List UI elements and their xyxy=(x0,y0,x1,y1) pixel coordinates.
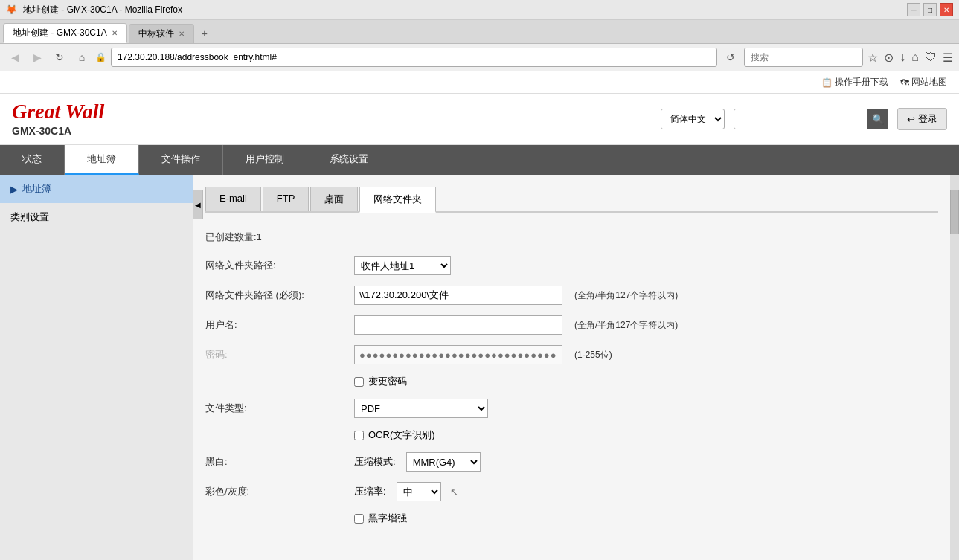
tab-bar: 地址创建 - GMX-30C1A ✕ 中标软件 ✕ + xyxy=(0,20,959,44)
compress-rate-select[interactable]: 低 中 高 xyxy=(397,482,441,501)
tab-ftp[interactable]: FTP xyxy=(263,187,309,211)
lock-icon: 🔒 xyxy=(95,52,106,62)
tab-desktop[interactable]: 桌面 xyxy=(310,187,358,211)
path-hint: (全角/半角127个字符以内) xyxy=(574,289,678,302)
header-right: 简体中文 🔍 ↩ 登录 xyxy=(661,108,947,130)
change-password-label[interactable]: 变更密码 xyxy=(354,375,407,388)
home-button[interactable]: ⌂ xyxy=(73,48,91,66)
nav-status[interactable]: 状态 xyxy=(0,145,65,175)
black-enhance-label[interactable]: 黑字增强 xyxy=(354,512,407,525)
header-search-button[interactable]: 🔍 xyxy=(867,109,888,129)
path-required-controls: (全角/半角127个字符以内) xyxy=(354,286,678,305)
password-hint: (1-255位) xyxy=(574,349,612,361)
forward-button[interactable]: ▶ xyxy=(28,48,46,66)
password-row: 密码: (1-255位) xyxy=(205,345,938,364)
ocr-label[interactable]: OCR(文字识别) xyxy=(354,428,435,442)
new-tab-button[interactable]: + xyxy=(196,25,214,42)
sitemap-link[interactable]: 🗺 网站地图 xyxy=(900,76,947,88)
tab-close-icon[interactable]: ✕ xyxy=(179,30,185,38)
tab-addressbook[interactable]: 地址创建 - GMX-30C1A ✕ xyxy=(3,23,127,43)
auto-fill-icon[interactable]: ⊙ xyxy=(884,51,894,65)
bw-label: 黑白: xyxy=(205,455,354,469)
minimize-button[interactable]: ─ xyxy=(907,3,920,16)
sidebar: ▶ 地址簿 类别设置 ◀ xyxy=(0,175,193,560)
username-input[interactable] xyxy=(354,315,562,335)
maximize-button[interactable]: □ xyxy=(923,3,937,16)
reload-button[interactable]: ↻ xyxy=(51,48,68,66)
login-icon: ↩ xyxy=(907,114,915,125)
tab-label: 中标软件 xyxy=(138,28,174,40)
nav-fileops[interactable]: 文件操作 xyxy=(139,145,223,175)
scrollbar[interactable] xyxy=(950,175,959,560)
back-button[interactable]: ◀ xyxy=(6,48,24,66)
header-search-box: 🔍 xyxy=(734,109,888,129)
username-row: 用户名: (全角/半角127个字符以内) xyxy=(205,315,938,335)
username-hint: (全角/半角127个字符以内) xyxy=(574,319,678,332)
tab-zhongbiao[interactable]: 中标软件 ✕ xyxy=(129,24,194,43)
shield-icon[interactable]: 🛡 xyxy=(925,51,937,64)
url-input[interactable] xyxy=(111,48,717,67)
nav-addressbook[interactable]: 地址簿 xyxy=(65,145,139,175)
scrollbar-thumb[interactable] xyxy=(950,190,959,234)
ocr-row: OCR(文字识别) xyxy=(205,428,938,442)
tab-email[interactable]: E-mail xyxy=(205,187,261,211)
browser-title: 地址创建 - GMX-30C1A - Mozilla Firefox xyxy=(23,4,182,16)
nav-system-settings[interactable]: 系统设置 xyxy=(307,145,391,175)
tab-label: 地址创建 - GMX-30C1A xyxy=(13,27,107,39)
main-nav: 状态 地址簿 文件操作 用户控制 系统设置 xyxy=(0,145,959,175)
brand-logo: Great Wall xyxy=(12,101,104,122)
sidebar-item-addressbook[interactable]: ▶ 地址簿 xyxy=(0,175,193,203)
path-required-row: 网络文件夹路径 (必须): (全角/半角127个字符以内) xyxy=(205,286,938,305)
file-type-label: 文件类型: xyxy=(205,402,354,415)
header-search-input[interactable] xyxy=(734,109,867,129)
file-type-select[interactable]: PDF TIFF JPEG xyxy=(354,399,488,418)
menu-icon[interactable]: ☰ xyxy=(943,51,953,65)
firefox-icon: 🦊 xyxy=(6,4,17,15)
color-label: 彩色/灰度: xyxy=(205,485,354,498)
sidebar-collapse-button[interactable]: ◀ xyxy=(193,190,203,219)
utility-bar: 📋 操作手册下载 🗺 网站地图 xyxy=(0,71,959,94)
ocr-checkbox[interactable] xyxy=(354,431,364,440)
book-icon: 📋 xyxy=(821,77,833,88)
tab-network-folder[interactable]: 网络文件夹 xyxy=(359,187,436,213)
language-select[interactable]: 简体中文 xyxy=(661,109,725,129)
home2-icon[interactable]: ⌂ xyxy=(911,51,919,64)
address-bar: ◀ ▶ ↻ ⌂ 🔒 ↺ ☆ ⊙ ↓ ⌂ 🛡 ☰ xyxy=(0,44,959,71)
browser-titlebar: 🦊 地址创建 - GMX-30C1A - Mozilla Firefox ─ □… xyxy=(0,0,959,20)
compress-rate-label: 压缩率: xyxy=(354,485,386,498)
browser-search-input[interactable] xyxy=(744,48,863,67)
sidebar-item-category[interactable]: 类别设置 xyxy=(0,203,193,231)
username-label: 用户名: xyxy=(205,318,354,332)
download-icon[interactable]: ↓ xyxy=(899,51,905,64)
app-header: Great Wall GMX-30C1A 简体中文 🔍 ↩ 登录 xyxy=(0,94,959,145)
path-label: 网络文件夹路径: xyxy=(205,259,354,272)
header-left: Great Wall GMX-30C1A xyxy=(12,101,104,137)
search-icon: 🔍 xyxy=(872,114,885,125)
password-input[interactable] xyxy=(354,345,562,364)
cursor-indicator: ↖ xyxy=(450,486,458,498)
close-button[interactable]: ✕ xyxy=(940,3,953,16)
tab-close-icon[interactable]: ✕ xyxy=(112,29,118,37)
change-password-row: 变更密码 xyxy=(205,375,938,388)
path-input[interactable] xyxy=(354,286,562,305)
path-row: 网络文件夹路径: 收件人地址1 xyxy=(205,256,938,275)
login-button[interactable]: ↩ 登录 xyxy=(897,108,947,130)
black-enhance-row: 黑字增强 xyxy=(205,512,938,525)
compress-mode-label: 压缩模式: xyxy=(354,455,396,469)
sidebar-arrow-icon: ▶ xyxy=(10,184,18,195)
manual-link[interactable]: 📋 操作手册下载 xyxy=(821,76,888,88)
color-controls: 压缩率: 低 中 高 ↖ xyxy=(354,482,458,501)
password-controls: (1-255位) xyxy=(354,345,612,364)
nav-user-control[interactable]: 用户控制 xyxy=(223,145,307,175)
address-select[interactable]: 收件人地址1 xyxy=(354,256,451,275)
password-label: 密码: xyxy=(205,348,354,361)
black-enhance-checkbox[interactable] xyxy=(354,514,364,524)
go-button[interactable]: ↺ xyxy=(722,48,740,66)
file-type-row: 文件类型: PDF TIFF JPEG xyxy=(205,399,938,418)
compress-mode-select[interactable]: MMR(G4) JBIG2 MH xyxy=(406,452,481,472)
bookmark-icon[interactable]: ☆ xyxy=(867,51,878,65)
change-password-checkbox[interactable] xyxy=(354,377,364,387)
bw-row: 黑白: 压缩模式: MMR(G4) JBIG2 MH xyxy=(205,452,938,472)
path-required-label: 网络文件夹路径 (必须): xyxy=(205,289,354,302)
device-name: GMX-30C1A xyxy=(12,125,104,137)
